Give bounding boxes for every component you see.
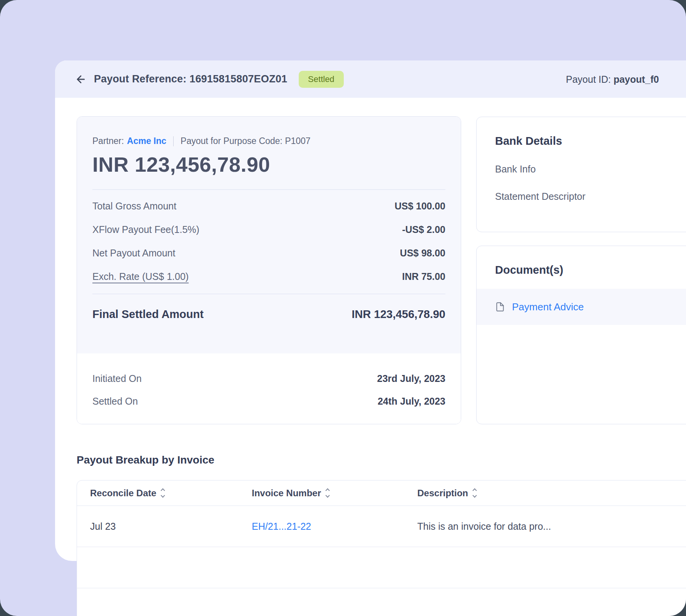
date-label: Settled On: [92, 396, 138, 407]
reconcile-date-cell: Jul 23: [90, 521, 252, 532]
settled-on-row: Settled On 24th July, 2023: [92, 390, 445, 413]
fee-breakdown: Total Gross Amount US$ 100.00 XFlow Payo…: [92, 194, 445, 288]
fee-row-net-amount: Net Payout Amount US$ 98.00: [92, 241, 445, 265]
divider: [92, 189, 445, 190]
fee-label: Net Payout Amount: [92, 248, 175, 259]
fee-row-exchange-rate: Exch. Rate (US$ 1.00) INR 75.00: [92, 265, 445, 288]
sort-icon: [473, 489, 476, 497]
summary-section: Partner: Acme Inc Payout for Purpose Cod…: [77, 117, 461, 353]
payout-id-value: payout_f0: [614, 74, 659, 84]
final-settled-value: INR 123,456,78.90: [352, 308, 445, 321]
sort-icon: [161, 489, 164, 497]
initiated-on-row: Initiated On 23rd July, 2023: [92, 367, 445, 390]
fee-value: US$ 98.00: [400, 248, 445, 259]
arrow-left-icon: [75, 74, 87, 85]
column-header-invoice-number[interactable]: Invoice Number: [252, 488, 417, 499]
payment-advice-row[interactable]: Payment Advice: [477, 289, 686, 325]
table-row-partial: [77, 547, 686, 588]
fee-label: XFlow Payout Fee(1.5%): [92, 224, 199, 235]
fee-row-gross: Total Gross Amount US$ 100.00: [92, 194, 445, 218]
fee-value: US$ 100.00: [395, 201, 445, 212]
column-label: Reconcile Date: [90, 488, 156, 499]
documents-card: Document(s) Payment Advice: [476, 246, 686, 424]
divider: [92, 294, 445, 294]
fee-label: Total Gross Amount: [92, 201, 176, 212]
column-label: Invoice Number: [252, 488, 321, 499]
page-header: Payout Reference: 16915815807EOZ01 Settl…: [55, 60, 686, 98]
sort-icon: [326, 489, 329, 497]
date-value: 24th July, 2023: [378, 396, 445, 407]
back-button[interactable]: [73, 72, 89, 87]
date-value: 23rd July, 2023: [377, 373, 445, 384]
final-settled-label: Final Settled Amount: [92, 308, 204, 321]
invoice-breakup-title: Payout Breakup by Invoice: [77, 454, 214, 466]
fee-row-payout-fee: XFlow Payout Fee(1.5%) -US$ 2.00: [92, 218, 445, 241]
invoice-table: Reconcile Date Invoice Number Descriptio…: [77, 480, 686, 616]
column-header-reconcile-date[interactable]: Reconcile Date: [90, 488, 252, 499]
exchange-rate-link[interactable]: Exch. Rate (US$ 1.00): [92, 271, 189, 282]
statement-descriptor-item[interactable]: Statement Descriptor: [495, 191, 686, 202]
file-icon: [495, 302, 505, 312]
bank-details-card: Bank Details Bank Info Statement Descrip…: [476, 117, 686, 232]
payout-id-label: Payout ID:: [566, 74, 614, 84]
page-background: Payout Reference: 16915815807EOZ01 Settl…: [0, 0, 686, 616]
payment-advice-link[interactable]: Payment Advice: [512, 301, 584, 313]
payout-amount: INR 123,456,78.90: [92, 152, 445, 176]
partner-label: Partner:: [92, 136, 124, 146]
dates-section: Initiated On 23rd July, 2023 Settled On …: [77, 353, 461, 424]
invoice-number-link[interactable]: EH/21...21-22: [252, 521, 417, 532]
final-settled-row: Final Settled Amount INR 123,456,78.90: [92, 308, 445, 321]
purpose-code-text: Payout for Purpose Code: P1007: [181, 136, 311, 146]
documents-title: Document(s): [477, 264, 686, 276]
payout-summary-card: Partner: Acme Inc Payout for Purpose Cod…: [77, 116, 461, 424]
bank-info-item[interactable]: Bank Info: [495, 164, 686, 175]
table-row: Jul 23 EH/21...21-22 This is an invoice …: [77, 506, 686, 547]
date-label: Initiated On: [92, 373, 142, 384]
table-header-row: Reconcile Date Invoice Number Descriptio…: [77, 480, 686, 506]
divider: [173, 136, 174, 146]
fee-value: INR 75.00: [402, 271, 445, 282]
bank-details-title: Bank Details: [495, 135, 686, 147]
description-cell: This is an invoice for data pro...: [417, 521, 686, 532]
payout-detail-panel: Payout Reference: 16915815807EOZ01 Settl…: [55, 60, 686, 561]
column-label: Description: [417, 488, 468, 499]
status-badge: Settled: [299, 71, 344, 88]
page-title: Payout Reference: 16915815807EOZ01: [94, 73, 287, 85]
fee-value: -US$ 2.00: [402, 224, 445, 235]
payout-id: Payout ID: payout_f0: [566, 74, 659, 85]
partner-link[interactable]: Acme Inc: [127, 136, 166, 146]
column-header-description[interactable]: Description: [417, 488, 686, 499]
partner-line: Partner: Acme Inc Payout for Purpose Cod…: [92, 136, 445, 146]
